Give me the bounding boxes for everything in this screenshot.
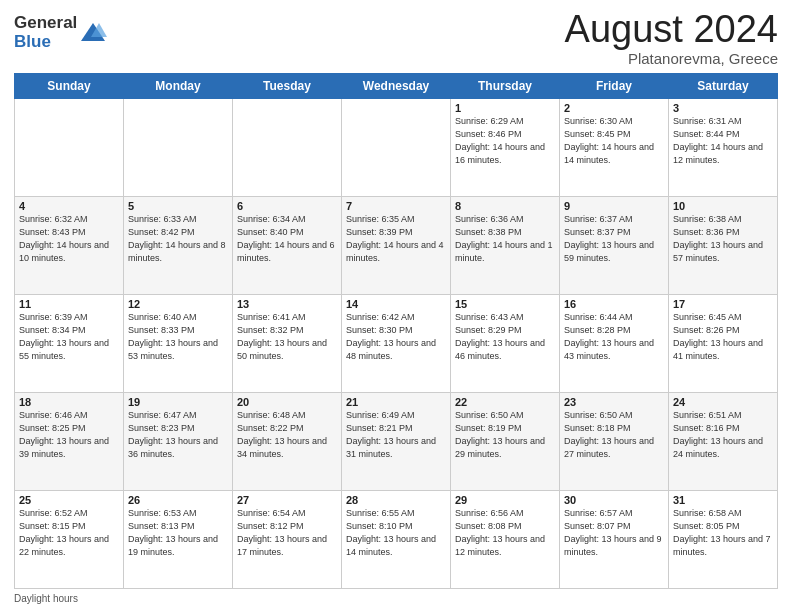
cell-info: Sunrise: 6:30 AM Sunset: 8:45 PM Dayligh… [564, 115, 664, 167]
day-number: 8 [455, 200, 555, 212]
cell-info: Sunrise: 6:36 AM Sunset: 8:38 PM Dayligh… [455, 213, 555, 265]
table-row: 6Sunrise: 6:34 AM Sunset: 8:40 PM Daylig… [233, 197, 342, 295]
table-row: 30Sunrise: 6:57 AM Sunset: 8:07 PM Dayli… [560, 491, 669, 589]
header-tuesday: Tuesday [233, 74, 342, 99]
day-number: 20 [237, 396, 337, 408]
day-number: 16 [564, 298, 664, 310]
day-number: 13 [237, 298, 337, 310]
cell-info: Sunrise: 6:53 AM Sunset: 8:13 PM Dayligh… [128, 507, 228, 559]
header-friday: Friday [560, 74, 669, 99]
calendar-week-4: 18Sunrise: 6:46 AM Sunset: 8:25 PM Dayli… [15, 393, 778, 491]
table-row: 22Sunrise: 6:50 AM Sunset: 8:19 PM Dayli… [451, 393, 560, 491]
table-row: 21Sunrise: 6:49 AM Sunset: 8:21 PM Dayli… [342, 393, 451, 491]
day-number: 9 [564, 200, 664, 212]
day-number: 19 [128, 396, 228, 408]
day-number: 11 [19, 298, 119, 310]
cell-info: Sunrise: 6:38 AM Sunset: 8:36 PM Dayligh… [673, 213, 773, 265]
table-row: 8Sunrise: 6:36 AM Sunset: 8:38 PM Daylig… [451, 197, 560, 295]
logo-text: General Blue [14, 14, 77, 51]
cell-info: Sunrise: 6:37 AM Sunset: 8:37 PM Dayligh… [564, 213, 664, 265]
calendar-header-row: Sunday Monday Tuesday Wednesday Thursday… [15, 74, 778, 99]
cell-info: Sunrise: 6:58 AM Sunset: 8:05 PM Dayligh… [673, 507, 773, 559]
day-number: 25 [19, 494, 119, 506]
table-row: 13Sunrise: 6:41 AM Sunset: 8:32 PM Dayli… [233, 295, 342, 393]
calendar-week-1: 1Sunrise: 6:29 AM Sunset: 8:46 PM Daylig… [15, 99, 778, 197]
header-sunday: Sunday [15, 74, 124, 99]
table-row [15, 99, 124, 197]
logo: General Blue [14, 14, 107, 51]
cell-info: Sunrise: 6:49 AM Sunset: 8:21 PM Dayligh… [346, 409, 446, 461]
day-number: 21 [346, 396, 446, 408]
day-number: 24 [673, 396, 773, 408]
cell-info: Sunrise: 6:45 AM Sunset: 8:26 PM Dayligh… [673, 311, 773, 363]
table-row: 27Sunrise: 6:54 AM Sunset: 8:12 PM Dayli… [233, 491, 342, 589]
month-year-title: August 2024 [565, 10, 778, 48]
table-row: 26Sunrise: 6:53 AM Sunset: 8:13 PM Dayli… [124, 491, 233, 589]
table-row: 4Sunrise: 6:32 AM Sunset: 8:43 PM Daylig… [15, 197, 124, 295]
table-row: 17Sunrise: 6:45 AM Sunset: 8:26 PM Dayli… [669, 295, 778, 393]
footer-note: Daylight hours [14, 593, 778, 604]
day-number: 6 [237, 200, 337, 212]
table-row: 3Sunrise: 6:31 AM Sunset: 8:44 PM Daylig… [669, 99, 778, 197]
table-row: 24Sunrise: 6:51 AM Sunset: 8:16 PM Dayli… [669, 393, 778, 491]
location-subtitle: Platanorevma, Greece [565, 50, 778, 67]
day-number: 27 [237, 494, 337, 506]
table-row: 25Sunrise: 6:52 AM Sunset: 8:15 PM Dayli… [15, 491, 124, 589]
table-row: 23Sunrise: 6:50 AM Sunset: 8:18 PM Dayli… [560, 393, 669, 491]
table-row: 7Sunrise: 6:35 AM Sunset: 8:39 PM Daylig… [342, 197, 451, 295]
day-number: 30 [564, 494, 664, 506]
cell-info: Sunrise: 6:54 AM Sunset: 8:12 PM Dayligh… [237, 507, 337, 559]
table-row: 11Sunrise: 6:39 AM Sunset: 8:34 PM Dayli… [15, 295, 124, 393]
cell-info: Sunrise: 6:40 AM Sunset: 8:33 PM Dayligh… [128, 311, 228, 363]
table-row: 19Sunrise: 6:47 AM Sunset: 8:23 PM Dayli… [124, 393, 233, 491]
table-row [342, 99, 451, 197]
header-saturday: Saturday [669, 74, 778, 99]
day-number: 23 [564, 396, 664, 408]
table-row: 10Sunrise: 6:38 AM Sunset: 8:36 PM Dayli… [669, 197, 778, 295]
logo-general: General [14, 14, 77, 33]
table-row: 14Sunrise: 6:42 AM Sunset: 8:30 PM Dayli… [342, 295, 451, 393]
table-row: 5Sunrise: 6:33 AM Sunset: 8:42 PM Daylig… [124, 197, 233, 295]
day-number: 14 [346, 298, 446, 310]
table-row: 1Sunrise: 6:29 AM Sunset: 8:46 PM Daylig… [451, 99, 560, 197]
table-row: 9Sunrise: 6:37 AM Sunset: 8:37 PM Daylig… [560, 197, 669, 295]
cell-info: Sunrise: 6:39 AM Sunset: 8:34 PM Dayligh… [19, 311, 119, 363]
day-number: 7 [346, 200, 446, 212]
calendar-week-3: 11Sunrise: 6:39 AM Sunset: 8:34 PM Dayli… [15, 295, 778, 393]
header-wednesday: Wednesday [342, 74, 451, 99]
table-row: 2Sunrise: 6:30 AM Sunset: 8:45 PM Daylig… [560, 99, 669, 197]
header-thursday: Thursday [451, 74, 560, 99]
cell-info: Sunrise: 6:52 AM Sunset: 8:15 PM Dayligh… [19, 507, 119, 559]
cell-info: Sunrise: 6:43 AM Sunset: 8:29 PM Dayligh… [455, 311, 555, 363]
page: General Blue August 2024 Platanorevma, G… [0, 0, 792, 612]
day-number: 5 [128, 200, 228, 212]
day-number: 22 [455, 396, 555, 408]
cell-info: Sunrise: 6:33 AM Sunset: 8:42 PM Dayligh… [128, 213, 228, 265]
day-number: 4 [19, 200, 119, 212]
table-row: 15Sunrise: 6:43 AM Sunset: 8:29 PM Dayli… [451, 295, 560, 393]
day-number: 1 [455, 102, 555, 114]
day-number: 18 [19, 396, 119, 408]
table-row [233, 99, 342, 197]
cell-info: Sunrise: 6:34 AM Sunset: 8:40 PM Dayligh… [237, 213, 337, 265]
logo-blue: Blue [14, 33, 77, 52]
cell-info: Sunrise: 6:35 AM Sunset: 8:39 PM Dayligh… [346, 213, 446, 265]
cell-info: Sunrise: 6:50 AM Sunset: 8:18 PM Dayligh… [564, 409, 664, 461]
day-number: 17 [673, 298, 773, 310]
cell-info: Sunrise: 6:44 AM Sunset: 8:28 PM Dayligh… [564, 311, 664, 363]
day-number: 15 [455, 298, 555, 310]
header-monday: Monday [124, 74, 233, 99]
cell-info: Sunrise: 6:46 AM Sunset: 8:25 PM Dayligh… [19, 409, 119, 461]
table-row: 29Sunrise: 6:56 AM Sunset: 8:08 PM Dayli… [451, 491, 560, 589]
day-number: 12 [128, 298, 228, 310]
table-row: 16Sunrise: 6:44 AM Sunset: 8:28 PM Dayli… [560, 295, 669, 393]
daylight-label: Daylight hours [14, 593, 78, 604]
table-row: 28Sunrise: 6:55 AM Sunset: 8:10 PM Dayli… [342, 491, 451, 589]
day-number: 28 [346, 494, 446, 506]
top-area: General Blue August 2024 Platanorevma, G… [14, 10, 778, 67]
calendar-week-2: 4Sunrise: 6:32 AM Sunset: 8:43 PM Daylig… [15, 197, 778, 295]
day-number: 26 [128, 494, 228, 506]
cell-info: Sunrise: 6:32 AM Sunset: 8:43 PM Dayligh… [19, 213, 119, 265]
logo-icon [79, 19, 107, 47]
cell-info: Sunrise: 6:55 AM Sunset: 8:10 PM Dayligh… [346, 507, 446, 559]
